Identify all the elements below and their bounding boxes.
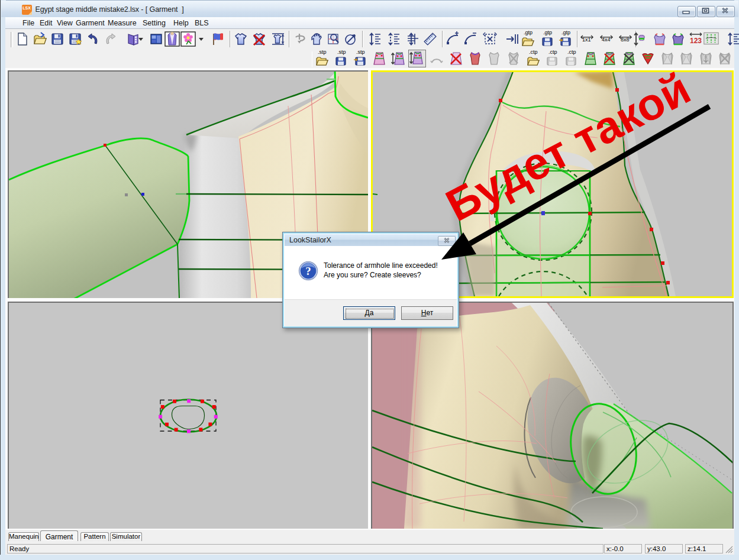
- svg-text:?: ?: [305, 265, 311, 277]
- svg-text:LSX: LSX: [22, 6, 31, 10]
